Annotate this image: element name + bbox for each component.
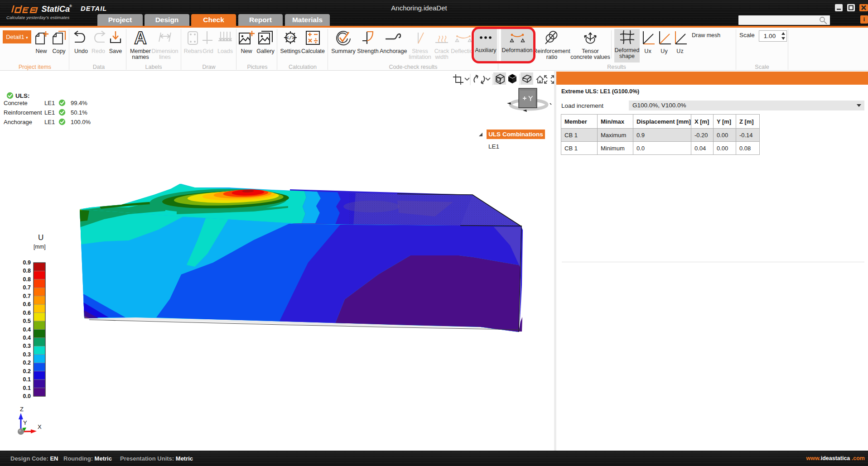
svg-text:</>: </> [286,35,295,41]
svg-text:A: A [134,30,146,46]
